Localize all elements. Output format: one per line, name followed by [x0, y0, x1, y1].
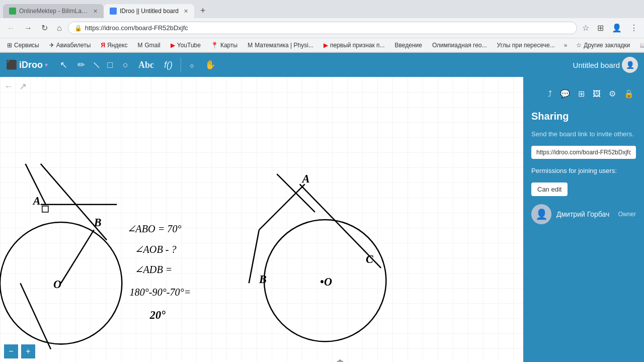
zoom-out-button[interactable]: − — [4, 344, 18, 358]
user-avatar-large: 👤 — [531, 204, 551, 224]
bookmark-youtube[interactable]: ▶ YouTube — [168, 41, 204, 50]
nav-bar: ← → ↻ ⌂ 🔒 ☆ ⊞ 👤 ⋮ — [0, 18, 644, 38]
tab-2-close[interactable]: ✕ — [184, 8, 188, 15]
svg-text:O: O — [53, 278, 61, 291]
svg-text:•O: •O — [320, 276, 332, 288]
hand-tool[interactable]: ✋ — [201, 56, 220, 73]
eraser-tool[interactable]: ⬦ — [185, 57, 199, 73]
lock-icon: 🔒 — [74, 25, 82, 32]
svg-text:A: A — [32, 195, 41, 207]
svg-text:A: A — [301, 172, 310, 185]
tab-1-label: OnlineMektep - BilimLand — [19, 8, 88, 15]
svg-text:B: B — [94, 216, 102, 229]
line-tool[interactable]: | — [87, 56, 105, 73]
svg-text:B: B — [259, 273, 267, 286]
bookmark-yandex[interactable]: Я Яндекс — [98, 41, 130, 50]
bookmark-gmail[interactable]: M Gmail — [134, 41, 163, 50]
svg-text:180°-90°-70°=: 180°-90°-70°= — [129, 287, 191, 298]
user-name: Дмитрий Горбач — [556, 210, 613, 218]
bookmarks-bar: ⊞ Сервисы ✈ Авиабилеты Я Яндекс M Gmail … — [0, 38, 644, 52]
address-bar[interactable]: 🔒 — [68, 22, 577, 34]
lock-icon-button[interactable]: 🔒 — [622, 87, 636, 101]
share-link-input[interactable] — [531, 146, 636, 159]
address-input[interactable] — [85, 24, 571, 32]
user-role: Owner — [618, 211, 636, 218]
bookmark-other[interactable]: ☆ Другие закладки — [573, 41, 633, 50]
side-panel: ⤴ 💬 ⊞ 🖼 ⚙ 🔒 Sharing Send the board link … — [523, 77, 644, 362]
bookmark-star-button[interactable]: ☆ — [580, 21, 591, 35]
panel-subtitle: Send the board link to invite others. — [531, 130, 636, 138]
svg-rect-4 — [42, 206, 48, 212]
bookmark-services[interactable]: ⊞ Сервисы — [4, 41, 42, 50]
svg-line-16 — [259, 184, 305, 230]
zoom-controls: − + — [4, 344, 35, 358]
user-profile-button[interactable]: 👤 — [622, 57, 638, 73]
pages-icon-button[interactable]: ⊞ — [576, 87, 587, 101]
svg-text:C: C — [366, 253, 374, 265]
svg-text:∠ABO = 70°: ∠ABO = 70° — [127, 223, 181, 234]
user-row: 👤 Дмитрий Горбач Owner — [531, 204, 636, 224]
tab-2-favicon — [110, 8, 117, 15]
extensions-button[interactable]: ⊞ — [595, 21, 606, 35]
profile-button[interactable]: 👤 — [610, 21, 624, 35]
share-icon-button[interactable]: ⤴ — [546, 87, 554, 101]
panel-top-icons: ⤴ 💬 ⊞ 🖼 ⚙ 🔒 — [531, 87, 636, 101]
permissions-label: Permissions for joining users: — [531, 167, 636, 174]
pen-tool[interactable]: ✏ — [73, 56, 89, 73]
circle-tool[interactable]: ○ — [119, 57, 132, 73]
svg-line-3 — [61, 230, 94, 283]
zoom-in-button[interactable]: + — [21, 344, 35, 358]
bookmark-maps[interactable]: 📍 Карты — [208, 41, 240, 50]
browser-chrome: OnlineMektep - BilimLand ✕ IDroo || Unti… — [0, 0, 644, 53]
tab-1-close[interactable]: ✕ — [93, 8, 98, 15]
bookmark-vvedenie[interactable]: Введение — [392, 41, 425, 50]
bookmark-reading[interactable]: 📖 Список для чтения — [637, 41, 644, 50]
back-button[interactable]: ← — [4, 22, 18, 35]
svg-text:20°: 20° — [149, 309, 166, 321]
svg-line-9 — [20, 283, 51, 349]
tab-1-favicon — [9, 8, 16, 15]
toolbar-separator — [181, 58, 181, 72]
svg-text:∠AOB - ?: ∠AOB - ? — [135, 244, 177, 255]
bookmark-angles[interactable]: Углы при пересече... — [494, 41, 558, 50]
home-button[interactable]: ⌂ — [54, 22, 65, 35]
svg-text:∠ADB =: ∠ADB = — [135, 264, 173, 275]
toolbar-right: 👤 — [622, 57, 638, 73]
text-tool[interactable]: Abc — [134, 57, 158, 73]
bookmark-math[interactable]: М Математика | Physi... — [245, 41, 316, 50]
rect-tool[interactable]: □ — [103, 57, 117, 73]
formula-tool[interactable]: f() — [160, 57, 177, 73]
tab-2-label: IDroo || Untitled board — [120, 8, 179, 15]
user-info: Дмитрий Горбач — [556, 210, 613, 218]
forward-button[interactable]: → — [21, 22, 35, 35]
select-tool[interactable]: ↖ — [56, 56, 71, 73]
app-body: ← ↗ A B O — [0, 77, 644, 362]
bookmark-olympiad[interactable]: Олимпиадная гео... — [429, 41, 490, 50]
idroo-logo[interactable]: ⬛ iDroo ▾ — [6, 59, 48, 70]
bookmark-aviabilety[interactable]: ✈ Авиабилеты — [46, 41, 94, 50]
tab-2[interactable]: IDroo || Untitled board ✕ — [104, 4, 194, 18]
idroo-app: ⬛ iDroo ▾ ↖ ✏ | □ ○ Abc f() ⬦ ✋ Untitled… — [0, 53, 644, 362]
svg-line-19 — [249, 230, 259, 283]
panel-title: Sharing — [531, 111, 636, 122]
board-title: Untitled board — [573, 61, 620, 69]
settings-icon-button[interactable]: ⚙ — [607, 87, 618, 101]
app-toolbar: ⬛ iDroo ▾ ↖ ✏ | □ ○ Abc f() ⬦ ✋ Untitled… — [0, 53, 644, 77]
tab-bar: OnlineMektep - BilimLand ✕ IDroo || Unti… — [0, 0, 644, 18]
reload-button[interactable]: ↻ — [38, 21, 51, 35]
canvas-area[interactable]: ← ↗ A B O — [0, 77, 523, 362]
canvas-drawing: A B O ∠ABO = 70° ∠AOB - ? ∠ADB = 180°-90… — [0, 77, 523, 362]
user-avatar: 👤 — [622, 57, 638, 73]
bookmarks-more[interactable]: » — [562, 41, 570, 50]
nav-icons: ☆ ⊞ 👤 ⋮ — [580, 21, 640, 35]
image-icon-button[interactable]: 🖼 — [591, 87, 603, 101]
new-tab-button[interactable]: + — [196, 6, 210, 16]
tab-1[interactable]: OnlineMektep - BilimLand ✕ — [3, 4, 104, 18]
can-edit-button[interactable]: Can edit — [531, 183, 568, 196]
more-menu-button[interactable]: ⋮ — [628, 21, 640, 35]
chat-icon-button[interactable]: 💬 — [558, 87, 572, 101]
bookmark-perviy[interactable]: ▶ первый признак п... — [320, 41, 388, 50]
